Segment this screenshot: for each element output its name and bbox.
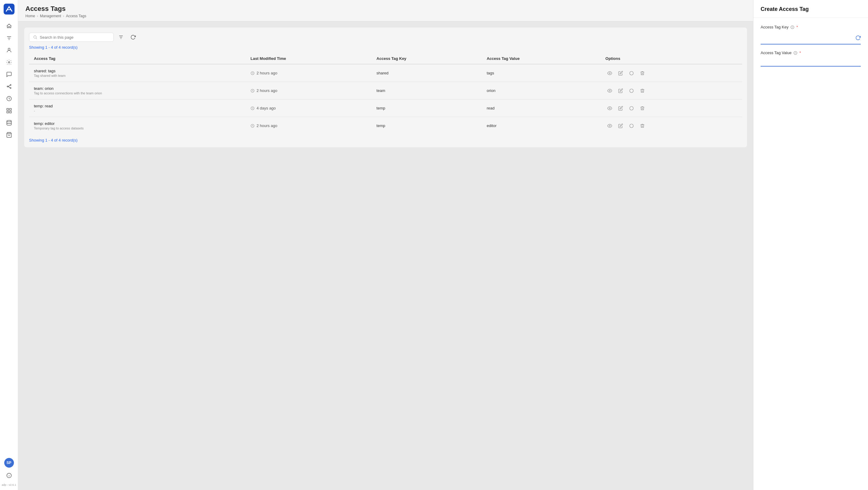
filter-icon <box>118 34 124 40</box>
cell-key-1: team <box>372 82 482 99</box>
table-row: temp: editor Temporary tag to access dat… <box>29 117 742 134</box>
svg-point-36 <box>609 125 610 126</box>
col-access-tag-key: Access Tag Key <box>372 53 482 64</box>
edit-button-3[interactable] <box>616 122 625 130</box>
tag-desc-1: Tag to access connections with the team … <box>34 91 241 95</box>
svg-point-5 <box>8 62 10 63</box>
content-area: Showing 1 - 4 of 4 record(s) Access Tag … <box>18 22 753 490</box>
cell-modified-3: 2 hours ago <box>246 117 372 134</box>
tag-value-3: editor <box>487 123 497 128</box>
actions-1 <box>606 87 737 95</box>
search-icon <box>33 35 37 40</box>
access-tag-key-field: Access Tag Key * <box>761 25 861 44</box>
svg-point-34 <box>630 106 633 110</box>
search-input[interactable] <box>40 35 110 40</box>
tag-key-0: shared <box>376 71 389 75</box>
copy-button-3[interactable] <box>627 122 636 130</box>
sidebar-item-settings[interactable] <box>4 57 14 68</box>
tag-value-2: read <box>487 106 495 111</box>
view-button-0[interactable] <box>606 69 614 78</box>
view-button-2[interactable] <box>606 104 614 113</box>
refresh-button[interactable] <box>128 32 138 42</box>
delete-button-0[interactable] <box>638 69 647 78</box>
edit-button-1[interactable] <box>616 87 625 95</box>
sidebar-item-filter[interactable] <box>4 33 14 43</box>
breadcrumb-management[interactable]: Management <box>40 14 61 18</box>
user-avatar[interactable]: SP <box>4 458 14 468</box>
sidebar-item-bag[interactable] <box>4 129 14 140</box>
copy-button-2[interactable] <box>627 104 636 113</box>
svg-rect-0 <box>4 4 14 14</box>
sidebar-item-users[interactable] <box>4 45 14 56</box>
modified-time-1: 2 hours ago <box>256 88 277 93</box>
create-panel-title: Create Access Tag <box>761 6 861 12</box>
actions-0 <box>606 69 737 78</box>
view-button-1[interactable] <box>606 87 614 95</box>
sidebar-item-chat[interactable] <box>4 69 14 80</box>
cell-value-0: tags <box>482 64 601 82</box>
sidebar-item-database[interactable] <box>4 117 14 128</box>
key-refresh-button[interactable] <box>855 35 861 40</box>
col-access-tag-value: Access Tag Value <box>482 53 601 64</box>
edit-button-2[interactable] <box>616 104 625 113</box>
svg-line-10 <box>8 87 10 88</box>
tag-key-1: team <box>376 88 385 93</box>
app-version: adp - v2.6.1 <box>2 483 16 486</box>
tag-value-0: tags <box>487 71 494 75</box>
svg-point-27 <box>609 72 610 74</box>
access-tag-value-input[interactable] <box>761 58 861 66</box>
copy-button-1[interactable] <box>627 87 636 95</box>
sidebar-item-history[interactable] <box>4 93 14 104</box>
tag-name-0: shared: tags <box>34 69 241 73</box>
cell-tag-name-2: temp: read - <box>29 99 246 117</box>
time-cell-1: 2 hours ago <box>250 88 367 93</box>
right-panel: Create Access Tag Access Tag Key * Acc <box>753 0 868 490</box>
app-logo[interactable] <box>4 4 14 14</box>
access-tag-key-input[interactable] <box>761 34 855 42</box>
sidebar-item-connections[interactable] <box>4 81 14 92</box>
svg-rect-12 <box>7 109 8 111</box>
cell-tag-name-3: temp: editor Temporary tag to access dat… <box>29 117 246 134</box>
toolbar <box>29 32 742 42</box>
actions-2 <box>606 104 737 113</box>
modified-time-3: 2 hours ago <box>256 123 277 128</box>
access-tag-value-label: Access Tag Value * <box>761 51 861 55</box>
svg-rect-14 <box>7 111 8 113</box>
svg-point-30 <box>609 90 610 91</box>
delete-button-3[interactable] <box>638 122 647 130</box>
svg-line-22 <box>36 38 37 39</box>
col-options: Options <box>601 53 742 64</box>
cell-tag-name-1: team: orion Tag to access connections wi… <box>29 82 246 99</box>
access-tag-value-field: Access Tag Value * <box>761 51 861 66</box>
view-button-3[interactable] <box>606 122 614 130</box>
search-box[interactable] <box>29 33 114 42</box>
delete-button-1[interactable] <box>638 87 647 95</box>
table-row: shared: tags Tag shared with team 2 hour… <box>29 64 742 82</box>
cell-key-3: temp <box>372 117 482 134</box>
clock-icon-2 <box>250 106 255 111</box>
value-required-star: * <box>799 51 801 55</box>
svg-point-7 <box>10 84 11 85</box>
edit-button-0[interactable] <box>616 69 625 78</box>
records-count-bottom: Showing 1 - 4 of 4 record(s) <box>29 138 742 143</box>
breadcrumb-sep-1: › <box>37 14 38 18</box>
cell-modified-0: 2 hours ago <box>246 64 372 82</box>
tag-key-3: temp <box>376 123 385 128</box>
filter-button[interactable] <box>116 32 126 42</box>
svg-point-21 <box>34 36 36 38</box>
page-title: Access Tags <box>25 5 746 13</box>
sidebar-item-home[interactable] <box>4 21 14 31</box>
cell-modified-2: 4 days ago <box>246 99 372 117</box>
delete-button-2[interactable] <box>638 104 647 113</box>
key-refresh-icon <box>855 35 861 40</box>
info-icon[interactable] <box>4 470 14 481</box>
svg-rect-15 <box>9 111 11 113</box>
cell-value-2: read <box>482 99 601 117</box>
breadcrumb-home[interactable]: Home <box>25 14 35 18</box>
table-row: temp: read - 4 days ago temp read <box>29 99 742 117</box>
tag-value-1: orion <box>487 88 495 93</box>
copy-button-0[interactable] <box>627 69 636 78</box>
sidebar-item-grid[interactable] <box>4 105 14 116</box>
info-icon-key <box>790 25 795 29</box>
svg-point-31 <box>630 89 633 93</box>
